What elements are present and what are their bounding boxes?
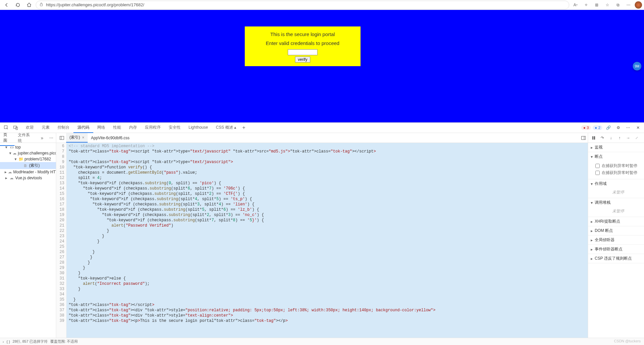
- code-line[interactable]: }: [68, 234, 586, 239]
- toggle-right-sidebar-icon[interactable]: [579, 134, 588, 142]
- section-scope[interactable]: ▾作用域: [588, 179, 644, 188]
- code-line[interactable]: alert("Incorrect password");: [68, 281, 586, 286]
- section-watch[interactable]: ▸监视: [588, 143, 644, 152]
- braces-icon[interactable]: { }: [7, 340, 10, 344]
- code-area[interactable]: 6789101112131415161718192021222324252627…: [56, 143, 588, 338]
- code-line[interactable]: "tok-keyword">function verify() {: [68, 165, 586, 170]
- close-tab-icon[interactable]: ×: [82, 135, 84, 140]
- section-csp[interactable]: ▸CSP 违反了规则断点: [588, 254, 644, 263]
- code-line[interactable]: [68, 154, 586, 159]
- editor-tab-index[interactable]: (索引) ×: [66, 133, 88, 143]
- section-event[interactable]: ▸事件侦听器断点: [588, 245, 644, 254]
- code-line[interactable]: [68, 244, 586, 249]
- devtools-tab-6[interactable]: 内存: [125, 123, 141, 133]
- more-icon[interactable]: ⋯: [624, 124, 632, 132]
- deactivate-bp-icon[interactable]: ⟋: [633, 134, 640, 142]
- editor-tab-css[interactable]: AppVite-6c90dbf6.css: [88, 134, 133, 142]
- menu-icon[interactable]: ⋯: [624, 1, 633, 9]
- bp-pause-exception-1[interactable]: 在捕获到异常时暂停: [595, 162, 641, 169]
- code-line[interactable]: "tok-keyword">if (checkpass.substring(sp…: [68, 186, 586, 191]
- code-line[interactable]: "tok-keyword">else {: [68, 276, 586, 281]
- sidebar-more-icon[interactable]: ⋯: [47, 134, 56, 142]
- avatar[interactable]: [635, 1, 642, 9]
- code-line[interactable]: }: [68, 255, 586, 260]
- step-into-icon[interactable]: ↓: [607, 134, 615, 142]
- devtools-tab-8[interactable]: 安全性: [165, 123, 185, 133]
- devtools-tab-4[interactable]: 网络: [93, 123, 109, 133]
- step-over-icon[interactable]: ↷: [599, 134, 606, 142]
- code-line[interactable]: "tok-attr">class="tok-tag"><script "tok-…: [68, 159, 586, 165]
- error-count[interactable]: ● 3: [581, 125, 591, 130]
- code-line[interactable]: "tok-keyword">if (checkpass.substring(sp…: [68, 202, 586, 207]
- code-line[interactable]: alert("Password Verified"): [68, 223, 586, 228]
- step-out-icon[interactable]: ↑: [616, 134, 623, 142]
- code-line[interactable]: }: [68, 239, 586, 244]
- verify-button[interactable]: verify: [295, 57, 311, 63]
- code-line[interactable]: checkpass = document.getElementById("pas…: [68, 170, 586, 175]
- tree-ext-vue[interactable]: ▸☁Vue.js devtools: [0, 175, 56, 181]
- code-line[interactable]: split = 4;: [68, 175, 586, 181]
- devtools-tab-9[interactable]: Lighthouse: [185, 123, 212, 132]
- devtools-tab-0[interactable]: 欢迎: [22, 123, 38, 133]
- code-line[interactable]: }: [68, 297, 586, 302]
- bp-pause-exception-2[interactable]: 在捕获到异常时暂停: [595, 169, 641, 176]
- tree-ext-modheader[interactable]: ▸☁ModHeader - Modify HTTP hea: [0, 169, 56, 175]
- code-line[interactable]: }: [68, 249, 586, 255]
- section-xhr[interactable]: ▸XHR/提取断点: [588, 217, 644, 226]
- extensions-icon[interactable]: ⊞: [592, 1, 601, 9]
- tree-origin[interactable]: ▾☁jupiter.challenges.picoctf.org: [0, 150, 56, 156]
- code-line[interactable]: "tok-attr">class="tok-tag"></script>: [68, 302, 586, 308]
- settings-icon[interactable]: ⚙: [614, 124, 622, 132]
- code-line[interactable]: [68, 292, 586, 297]
- code-line[interactable]: "tok-keyword">if (checkpass.substring(0,…: [68, 181, 586, 186]
- devtools-tab-plus[interactable]: +: [240, 125, 247, 131]
- link-icon[interactable]: 🔗: [604, 124, 612, 132]
- code-line[interactable]: }: [68, 286, 586, 292]
- section-breakpoints[interactable]: ▾断点: [588, 152, 644, 161]
- code-line[interactable]: "tok-attr">class="tok-tag"><div "tok-att…: [68, 313, 586, 318]
- sidebar-tab-overflow[interactable]: »: [37, 133, 47, 143]
- code-line[interactable]: <!-- standard MD5 implementation -->: [68, 144, 586, 149]
- code-line[interactable]: }: [68, 271, 586, 276]
- console-toggle-icon[interactable]: ›: [3, 340, 4, 344]
- code-line[interactable]: "tok-attr">class="tok-tag"><div "tok-att…: [68, 308, 586, 313]
- home-button[interactable]: [24, 0, 34, 10]
- code-line[interactable]: "tok-keyword">if (checkpass.substring(sp…: [68, 196, 586, 202]
- code-line[interactable]: }: [68, 228, 586, 234]
- code-line[interactable]: "tok-keyword">if (checkpass.substring(sp…: [68, 207, 586, 212]
- tree-folder[interactable]: ▾📁problem/17682: [0, 156, 56, 162]
- address-bar[interactable]: https://jupiter.challenges.picoctf.org/p…: [36, 1, 569, 9]
- toggle-sidebar-icon[interactable]: [58, 134, 66, 142]
- devtools-tab-10[interactable]: CSS 概述 ▴: [212, 123, 240, 133]
- refresh-button[interactable]: [13, 0, 22, 10]
- favorites-icon[interactable]: ☆: [603, 1, 612, 9]
- devtools-tab-2[interactable]: 控制台: [54, 123, 73, 133]
- floating-badge[interactable]: 9M: [633, 62, 641, 70]
- devtools-tab-5[interactable]: 性能: [109, 123, 125, 133]
- section-global[interactable]: ▸全局侦听器: [588, 236, 644, 244]
- code-line[interactable]: "tok-keyword">if (checkpass.substring(sp…: [68, 218, 586, 223]
- code-line[interactable]: "tok-attr">class="tok-tag"><script "tok-…: [68, 149, 586, 154]
- read-aloud-icon[interactable]: A»: [571, 1, 580, 9]
- code-line[interactable]: "tok-keyword">if (checkpass.substring(sp…: [68, 191, 586, 196]
- section-dom[interactable]: ▸DOM 断点: [588, 226, 644, 235]
- close-devtools-icon[interactable]: ✕: [634, 124, 642, 132]
- devtools-tab-3[interactable]: 源代码: [73, 123, 93, 133]
- tree-file-index[interactable]: 🗎(索引): [0, 162, 56, 169]
- back-button[interactable]: [2, 0, 11, 10]
- devtools-tab-7[interactable]: 应用程序: [141, 123, 165, 133]
- step-icon[interactable]: →: [624, 134, 632, 142]
- device-icon[interactable]: [11, 123, 20, 132]
- pause-icon[interactable]: [590, 134, 597, 142]
- tracking-icon[interactable]: ✧: [582, 1, 590, 9]
- inspect-icon[interactable]: [2, 123, 11, 132]
- code-line[interactable]: "tok-attr">class="tok-tag"><p>This is th…: [68, 318, 586, 323]
- tree-top[interactable]: ▾▭top: [0, 144, 56, 150]
- devtools-tab-1[interactable]: 元素: [38, 123, 54, 133]
- code-line[interactable]: }: [68, 265, 586, 271]
- code-line[interactable]: "tok-keyword">if (checkpass.substring(sp…: [68, 212, 586, 218]
- collections-icon[interactable]: ⧉: [614, 1, 622, 9]
- password-input[interactable]: [288, 49, 318, 55]
- code-line[interactable]: }: [68, 260, 586, 265]
- section-callstack[interactable]: ▾调用堆栈: [588, 198, 644, 207]
